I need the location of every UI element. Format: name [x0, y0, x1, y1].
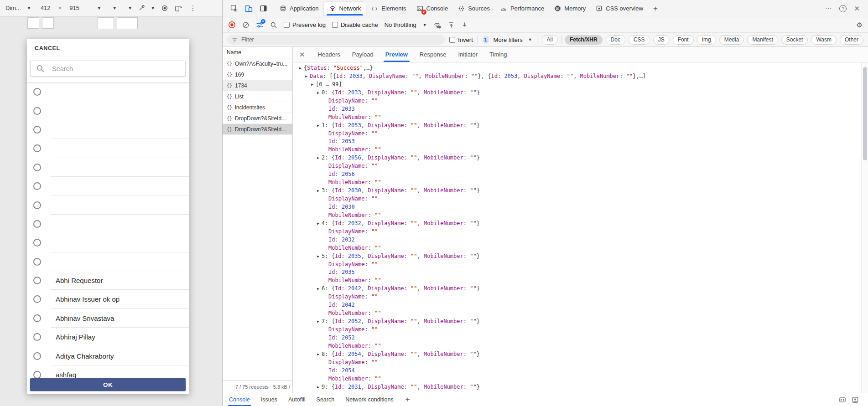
detail-tab-response[interactable]: Response	[420, 47, 447, 62]
filter-chip-fetch-xhr[interactable]: Fetch/XHR	[565, 35, 603, 45]
tree-node-data[interactable]: ▶Data: [{Id: 2033, DisplayName: "", Mobi…	[293, 72, 868, 81]
person-row-abhinav-issuer-ok-op[interactable]: Abhinav Issuer ok op	[27, 290, 189, 308]
tree-node-entry-9[interactable]: ▶9: {Id: 2031, DisplayName: "", MobileNu…	[293, 383, 868, 391]
drawer-tab-search[interactable]: Search	[317, 393, 335, 406]
radio-button[interactable]	[33, 352, 41, 360]
kebab-menu-icon[interactable]: ⋮	[190, 4, 197, 12]
network-settings-gear-icon[interactable]: ⚙	[857, 21, 863, 29]
ok-button[interactable]: OK	[30, 378, 186, 391]
record-network-log-icon[interactable]	[228, 21, 236, 29]
tree-node-entry-0[interactable]: ▶0: {Id: 2033, DisplayName: "", MobileNu…	[293, 89, 868, 97]
filter-chip-wasm[interactable]: Wasm	[811, 35, 837, 45]
chevron-down-icon[interactable]: ▼	[97, 6, 101, 10]
more-filters-dropdown[interactable]: More filters▼	[494, 36, 532, 43]
import-har-icon[interactable]	[448, 21, 455, 29]
filter-input-pill[interactable]	[227, 35, 445, 45]
person-row-empty[interactable]	[27, 139, 189, 158]
request-row[interactable]: {}DropDown?&SiteId...	[223, 113, 292, 124]
new-tab-button[interactable]: +	[649, 4, 662, 13]
network-conditions-icon[interactable]	[433, 21, 442, 29]
tab-application[interactable]: Application	[275, 2, 324, 15]
detail-tab-initiator[interactable]: Initiator	[458, 47, 478, 62]
radio-button[interactable]	[33, 126, 41, 134]
person-row-abhinav-srivastava[interactable]: Abhinav Srivastava	[27, 309, 189, 328]
tree-node-entry-8[interactable]: ▶8: {Id: 2054, DisplayName: "", MobileNu…	[293, 350, 868, 359]
filter-chip-img[interactable]: Img	[697, 35, 716, 45]
help-icon[interactable]: ?	[839, 5, 847, 12]
radio-button[interactable]	[33, 295, 41, 303]
tree-node-entry-3[interactable]: ▶3: {Id: 2030, DisplayName: "", MobileNu…	[293, 187, 868, 195]
radio-button[interactable]	[33, 144, 41, 152]
filter-chip-doc[interactable]: Doc	[606, 35, 625, 45]
device-preset-label[interactable]: Dim...	[5, 5, 21, 11]
eye-icon[interactable]	[161, 5, 168, 12]
chevron-down-icon[interactable]: ▼	[128, 6, 132, 10]
tree-node-entry-4[interactable]: ▶4: {Id: 2032, DisplayName: "", MobileNu…	[293, 220, 868, 228]
person-row-empty[interactable]	[27, 195, 189, 214]
detail-tab-payload[interactable]: Payload	[352, 47, 374, 62]
chevron-down-icon[interactable]: ▼	[113, 6, 117, 10]
request-row[interactable]: {}List	[223, 91, 292, 102]
drawer-tab-console[interactable]: Console	[229, 393, 250, 406]
radio-button[interactable]	[33, 371, 41, 379]
more-options-icon[interactable]: ⋯	[825, 5, 832, 13]
detail-tab-preview[interactable]: Preview	[385, 47, 408, 62]
filter-chip-media[interactable]: Media	[719, 35, 744, 45]
rotate-device-icon[interactable]	[174, 5, 182, 11]
request-row[interactable]: {}Own?AsFaculty=tru...	[223, 58, 292, 69]
tree-node-root[interactable]: ▶{Status: "Success",…}	[293, 64, 868, 72]
radio-button[interactable]	[33, 220, 41, 228]
device-height-value[interactable]: 915	[69, 5, 79, 11]
filter-chip-manifest[interactable]: Manifest	[747, 35, 778, 45]
filter-input[interactable]	[241, 36, 440, 43]
tree-node-entry-5[interactable]: ▶5: {Id: 2035, DisplayName: "", MobileNu…	[293, 252, 868, 261]
drawer-tab-issues[interactable]: Issues	[261, 393, 277, 406]
disable-cache-checkbox[interactable]: Disable cache	[332, 21, 378, 28]
throttling-dropdown[interactable]: No throttling▼	[385, 21, 427, 28]
radio-button[interactable]	[33, 182, 41, 190]
person-row-abhi-requestor[interactable]: Abhi Requestor	[27, 271, 189, 290]
tab-elements[interactable]: Elements	[366, 2, 411, 15]
filter-toggle-icon[interactable]: ✕	[256, 21, 264, 29]
radio-button[interactable]	[33, 164, 41, 171]
request-row[interactable]: {}DropDown?&SiteId...	[223, 124, 292, 135]
tree-node-range[interactable]: ▶[0 … 99]	[293, 81, 868, 89]
device-width-value[interactable]: 412	[41, 5, 51, 11]
tree-node-entry-2[interactable]: ▶2: {Id: 2056, DisplayName: "", MobileNu…	[293, 154, 868, 162]
person-row-empty[interactable]	[27, 233, 189, 252]
cancel-button[interactable]: CANCEL	[27, 39, 189, 51]
preserve-log-checkbox[interactable]: Preserve log	[284, 21, 326, 28]
person-row-empty[interactable]	[27, 177, 189, 195]
dock-drawer-icon[interactable]	[852, 396, 859, 403]
radio-button[interactable]	[33, 314, 41, 322]
chevron-down-icon[interactable]: ▼	[27, 6, 31, 10]
drawer-new-tab-button[interactable]: +	[405, 395, 411, 404]
radio-button[interactable]	[33, 258, 41, 266]
person-row-aditya-chakraborty[interactable]: Aditya Chakraborty	[27, 346, 189, 365]
tab-sources[interactable]: Sources	[453, 2, 495, 15]
person-row-abhiraj-pillay[interactable]: Abhiraj Pillay	[27, 328, 189, 346]
radio-button[interactable]	[33, 88, 41, 96]
person-row-empty[interactable]	[27, 120, 189, 139]
request-row[interactable]: {}169	[223, 69, 292, 80]
filter-chip-all[interactable]: All	[542, 35, 558, 45]
invert-filter-checkbox[interactable]: Invert	[449, 36, 473, 43]
radio-button[interactable]	[33, 239, 41, 247]
person-row-empty[interactable]	[27, 101, 189, 120]
preview-scrollbar[interactable]	[861, 62, 868, 393]
detail-tab-timing[interactable]: Timing	[489, 47, 507, 62]
person-row-empty[interactable]	[27, 158, 189, 177]
dock-side-icon[interactable]	[256, 2, 270, 15]
search-network-icon[interactable]	[270, 21, 277, 29]
drawer-tab-autofill[interactable]: Autofill	[288, 393, 306, 406]
filter-chip-other[interactable]: Other	[840, 35, 863, 45]
person-row-empty[interactable]	[27, 215, 189, 233]
tab-css-overview[interactable]: CSS overview	[591, 2, 648, 15]
inspect-element-icon[interactable]	[227, 2, 241, 15]
tree-node-entry-7[interactable]: ▶7: {Id: 2052, DisplayName: "", MobileNu…	[293, 318, 868, 326]
close-detail-icon[interactable]: ✕	[299, 51, 305, 59]
console-sidebar-icon[interactable]	[839, 396, 846, 403]
tab-console[interactable]: Consolex	[411, 2, 453, 15]
filter-chip-js[interactable]: JS	[653, 35, 670, 45]
request-row[interactable]: {}1734	[223, 80, 292, 91]
